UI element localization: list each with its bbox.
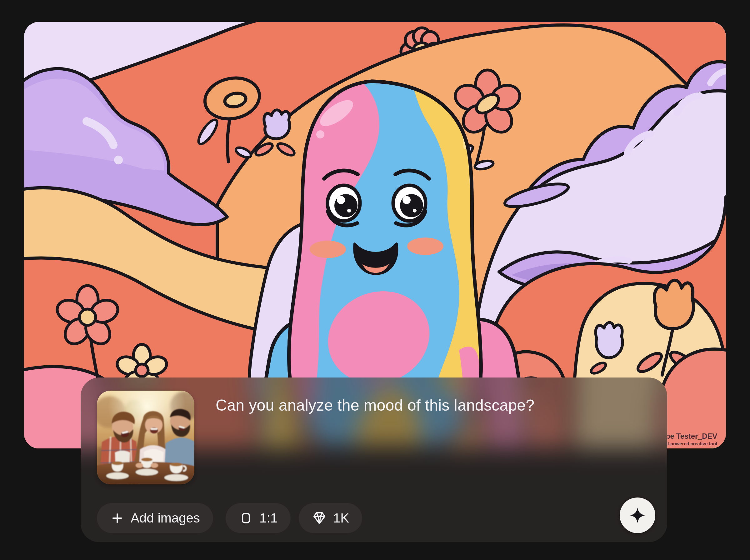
gem-icon	[312, 511, 327, 526]
aspect-ratio-icon	[239, 511, 253, 525]
add-images-button[interactable]: Add images	[97, 503, 213, 533]
quality-button[interactable]: 1K	[299, 503, 362, 533]
add-images-label: Add images	[130, 511, 200, 526]
app-background: Vibe Tester_DEV an AI-powered creative t…	[0, 0, 750, 560]
quality-label: 1K	[333, 511, 349, 526]
aspect-ratio-button[interactable]: 1:1	[226, 503, 291, 533]
aspect-ratio-label: 1:1	[259, 511, 278, 526]
attached-image-thumbnail[interactable]	[97, 391, 195, 484]
sparkle-icon	[628, 506, 647, 525]
prompt-text[interactable]: Can you analyze the mood of this landsca…	[216, 396, 647, 415]
plus-icon	[110, 511, 124, 525]
generate-button[interactable]	[620, 498, 655, 533]
prompt-panel: Can you analyze the mood of this landsca…	[81, 378, 667, 542]
cafe-photo	[97, 391, 195, 484]
